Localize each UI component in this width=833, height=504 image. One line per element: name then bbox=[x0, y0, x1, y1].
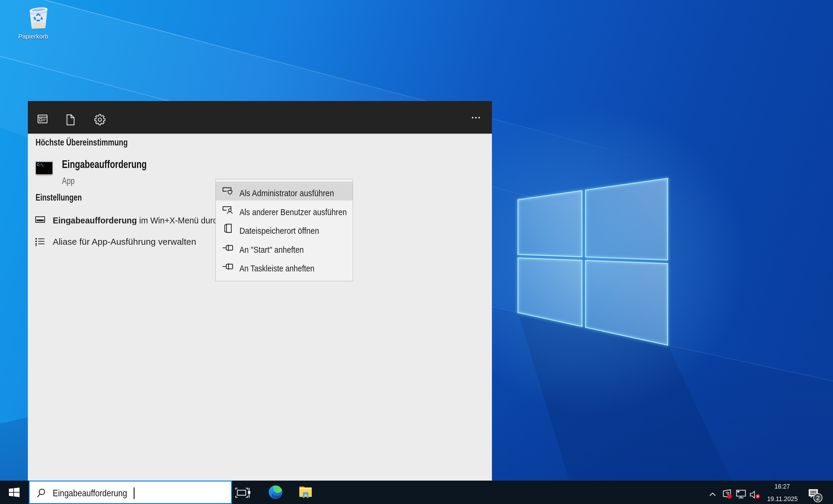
svg-text:2: 2 bbox=[816, 494, 820, 502]
